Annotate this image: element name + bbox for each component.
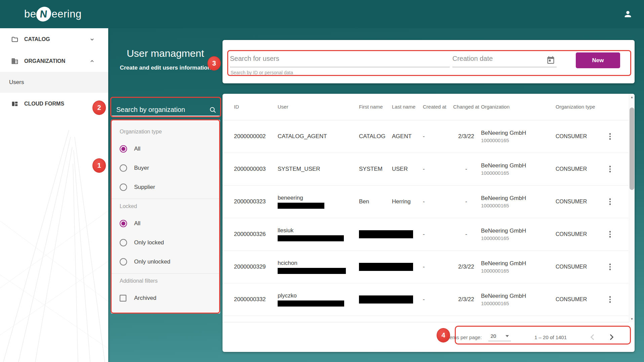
logo-text-right: eering <box>51 8 81 20</box>
sidebar-item-organization[interactable]: ORGANIZATION <box>0 50 108 72</box>
table-row[interactable]: 2000000326llesiuk--BeNeering GmbH1000000… <box>223 218 629 251</box>
row-user: SYSTEM_USER <box>278 166 359 172</box>
row-changed-at: 2/3/22 <box>451 264 481 270</box>
row-menu-button[interactable] <box>604 228 616 241</box>
row-id: 2000000003 <box>234 166 278 172</box>
scroll-down-arrow-icon[interactable]: ▼ <box>629 316 635 322</box>
filter-panel: Organization type All Buyer Supplier Loc… <box>111 120 220 314</box>
row-user: hcichon <box>278 260 359 274</box>
user-search-card: Search for users Creation date Search by… <box>223 40 635 83</box>
partially-visible-row <box>223 316 635 322</box>
checkbox-icon <box>120 295 126 301</box>
row-first-name <box>359 263 392 271</box>
row-organization: BeNeering GmbH1000000165 <box>481 162 556 176</box>
column-header-last-name: Last name <box>392 103 423 111</box>
page-subtitle: Create and edit users information <box>108 65 223 71</box>
row-id: 2000000002 <box>234 133 278 140</box>
brand-logo: beNeering <box>24 7 82 22</box>
filter-section-label: Organization type <box>120 124 220 139</box>
sidebar: CATALOG ORGANIZATION Users CLOUD FORMS <box>0 28 108 362</box>
radio-icon <box>120 239 127 246</box>
row-id: 2000000332 <box>234 296 278 303</box>
row-org-type: CONSUMER <box>556 296 607 303</box>
row-changed-at: 2/3/22 <box>451 133 481 140</box>
row-created-at: - <box>423 133 451 140</box>
row-organization: BeNeering GmbH1000000165 <box>481 228 556 241</box>
pagination-range: 1 – 20 of 1401 <box>534 334 567 340</box>
table-row[interactable]: 2000000002CATALOG_AGENTCATALOGAGENT-2/3/… <box>223 120 629 153</box>
row-menu-button[interactable] <box>604 293 616 306</box>
folder-icon <box>11 36 18 43</box>
annotation-circle-4: 4 <box>437 328 450 343</box>
annotation-circle-3: 3 <box>207 56 221 71</box>
row-menu-button[interactable] <box>604 195 616 208</box>
search-hint-text: Search by ID or personal data <box>231 70 293 75</box>
search-users-input[interactable]: Search for users <box>230 55 450 67</box>
row-org-type: CONSUMER <box>556 133 607 139</box>
annotation-circle-1: 1 <box>92 158 106 173</box>
sidebar-item-users[interactable]: Users <box>0 72 108 93</box>
row-id: 2000000323 <box>234 198 278 205</box>
table-row[interactable]: 2000000003SYSTEM_USERSYSTEMUSER--BeNeeri… <box>223 153 629 186</box>
row-created-at: - <box>423 296 451 303</box>
creation-date-input[interactable]: Creation date <box>452 55 557 67</box>
row-organization: BeNeering GmbH1000000165 <box>481 195 556 208</box>
radio-label: Buyer <box>134 165 149 171</box>
radio-only-locked[interactable]: Only locked <box>120 233 220 252</box>
row-created-at: - <box>423 231 451 238</box>
row-id: 2000000326 <box>234 231 278 238</box>
scroll-up-arrow-icon[interactable]: ▲ <box>629 94 635 100</box>
new-user-button[interactable]: New <box>576 52 620 68</box>
row-created-at: - <box>423 166 451 172</box>
checkbox-archived[interactable]: Archived <box>120 288 220 308</box>
row-menu-button[interactable] <box>604 260 616 274</box>
table-row[interactable]: 2000000332plyczko-2/3/22BeNeering GmbH10… <box>223 283 629 316</box>
scrollbar-thumb[interactable] <box>630 108 634 190</box>
sidebar-item-cloud-forms[interactable]: CLOUD FORMS <box>0 93 108 115</box>
row-changed-at: - <box>451 166 481 172</box>
row-created-at: - <box>423 198 451 205</box>
row-organization: BeNeering GmbH1000000165 <box>481 130 556 143</box>
redaction-bar <box>359 263 413 271</box>
row-menu-button[interactable] <box>604 162 616 176</box>
radio-locked-all[interactable]: All <box>120 214 220 233</box>
row-last-name: USER <box>392 166 423 172</box>
account-person-icon[interactable] <box>623 9 633 19</box>
column-header-organization: Organization <box>481 103 556 111</box>
previous-page-button[interactable] <box>588 333 597 341</box>
column-header-organization-type: Organization type <box>556 103 607 111</box>
radio-org-type-all[interactable]: All <box>120 139 220 158</box>
row-org-type: CONSUMER <box>556 231 607 237</box>
sidebar-item-label: CATALOG <box>24 36 50 42</box>
organization-search-input[interactable]: Search by organization <box>112 99 220 116</box>
row-user: CATALOG_AGENT <box>278 133 359 140</box>
radio-icon <box>120 184 127 191</box>
table-scrollbar[interactable]: ▲ ▼ <box>629 94 635 322</box>
app-window: beNeering CATALOG ORGANIZATION <box>0 0 644 362</box>
next-page-button[interactable] <box>607 333 616 341</box>
row-menu-button[interactable] <box>604 130 616 143</box>
table-row[interactable]: 2000000329hcichon-2/3/22BeNeering GmbH10… <box>223 251 629 283</box>
row-org-type: CONSUMER <box>556 166 607 172</box>
row-org-type: CONSUMER <box>556 199 607 205</box>
sidebar-item-catalog[interactable]: CATALOG <box>0 28 108 50</box>
items-per-page-select[interactable]: 20 <box>488 333 511 341</box>
creation-date-placeholder: Creation date <box>452 55 493 62</box>
column-header-first-name: First name <box>359 103 392 111</box>
radio-org-type-buyer[interactable]: Buyer <box>120 158 220 177</box>
row-first-name: SYSTEM <box>359 166 392 172</box>
table-row[interactable]: 2000000323beneeringBenHerring--BeNeering… <box>223 186 629 218</box>
table-body: 2000000002CATALOG_AGENTCATALOGAGENT-2/3/… <box>223 120 635 316</box>
row-organization: BeNeering GmbH1000000165 <box>481 293 556 306</box>
redaction-bar <box>359 295 413 304</box>
calendar-icon[interactable] <box>546 56 555 65</box>
cloud-forms-grid-icon <box>11 100 18 108</box>
redaction-bar <box>359 230 413 238</box>
row-user: llesiuk <box>278 227 359 241</box>
redaction-bar <box>278 235 344 241</box>
radio-only-unlocked[interactable]: Only unlocked <box>120 252 220 271</box>
radio-org-type-supplier[interactable]: Supplier <box>120 177 220 197</box>
row-user: beneering <box>278 195 359 209</box>
row-org-type: CONSUMER <box>556 264 607 270</box>
chevron-up-icon <box>89 58 95 64</box>
